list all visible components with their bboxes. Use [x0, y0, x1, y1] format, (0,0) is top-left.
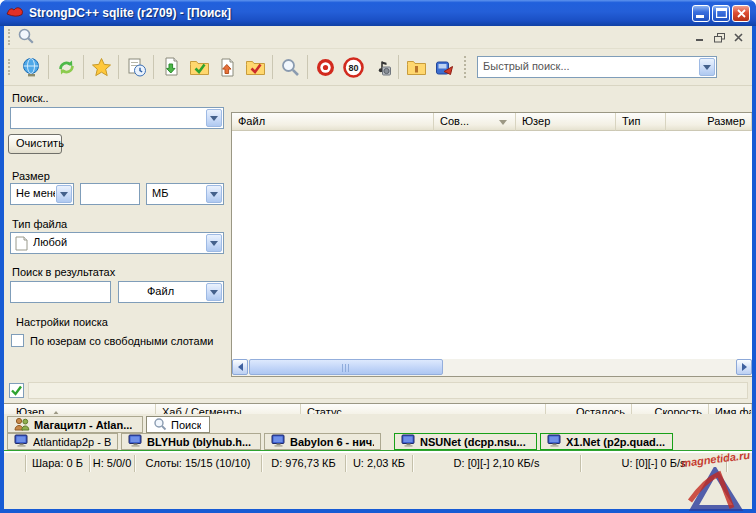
size-unit-dropdown-button[interactable] — [206, 185, 222, 203]
app-window: StrongDC++ sqlite (r2709) - [Поиск] — [0, 0, 756, 513]
toolbar-separator — [48, 55, 49, 79]
recent-hubs-icon[interactable] — [122, 53, 150, 81]
size-unit-value: МБ — [152, 187, 205, 199]
status-slots: Слоты: 15/15 (10/10) — [135, 455, 262, 472]
results-column-type[interactable]: Тип — [616, 113, 666, 131]
tab-label: Babylon 6 - нич... — [290, 436, 374, 448]
results-horizontal-scrollbar[interactable] — [232, 359, 752, 376]
file-type-combobox[interactable]: Любой — [10, 232, 224, 254]
window-title: StrongDC++ sqlite (r2709) - [Поиск] — [29, 6, 690, 20]
mdi-minimize-button[interactable] — [692, 30, 708, 45]
hub-monitor-icon — [271, 434, 286, 449]
toolbar-grip[interactable] — [8, 59, 11, 75]
svg-text:80: 80 — [348, 63, 358, 73]
results-column-user[interactable]: Юзер — [516, 113, 616, 131]
child-window-search-icon — [17, 27, 35, 47]
toolbar-separator — [464, 56, 467, 78]
tab-label: Поиск — [171, 419, 201, 431]
size-mode-dropdown-button[interactable] — [56, 185, 72, 203]
sort-descending-icon — [499, 120, 507, 125]
status-spacer — [727, 455, 752, 472]
free-slots-checkbox[interactable] — [11, 334, 24, 347]
status-upload-speed: U: [0][-] 0 Б/s — [581, 455, 727, 472]
users-icon — [14, 417, 30, 433]
search-icon[interactable] — [276, 53, 304, 81]
tab-label: Atlantidap2p - В... — [33, 436, 111, 448]
file-type-dropdown-button[interactable] — [206, 234, 222, 252]
tab-hub-magatsitl[interactable]: Магацитл - Atlan... — [7, 416, 143, 433]
results-body[interactable] — [232, 131, 752, 360]
free-slots-label: По юзерам со свободными слотами — [30, 335, 213, 347]
speed-limiter-icon[interactable]: 80 — [339, 53, 367, 81]
tab-search[interactable]: Поиск — [146, 416, 210, 433]
public-hubs-icon[interactable] — [17, 53, 45, 81]
tab-label: X1.Net (p2p.quad... — [566, 436, 665, 448]
window-frame-bottom — [0, 509, 756, 513]
waiting-users-icon[interactable] — [213, 53, 241, 81]
tab-hub-atlantidap2p[interactable]: Atlantidap2p - В... — [7, 433, 118, 450]
minimize-button[interactable] — [692, 5, 710, 22]
status-downloaded: D: 976,73 КБ — [262, 455, 346, 472]
open-file-list-icon[interactable] — [402, 53, 430, 81]
reconnect-icon[interactable] — [52, 53, 80, 81]
mdi-close-button[interactable] — [730, 30, 746, 45]
status-spacer — [4, 455, 26, 472]
clear-button[interactable]: Очистить — [8, 134, 62, 154]
search-options-label: Настройки поиска — [16, 316, 108, 328]
toolbar-separator — [272, 55, 273, 79]
results-column-hits[interactable]: Сов... — [434, 113, 516, 131]
tab-label: Магацитл - Atlan... — [34, 419, 132, 431]
filter-results-input[interactable] — [10, 281, 111, 303]
close-button[interactable] — [732, 5, 750, 22]
tab-hub-nsunet[interactable]: NSUNet (dcpp.nsu... — [394, 433, 537, 450]
search-term-combobox[interactable] — [10, 107, 224, 129]
size-value-input[interactable] — [80, 183, 140, 205]
search-window: Поиск.. Очистить Размер Не менее МБ Тип … — [4, 86, 752, 391]
favorite-hubs-icon[interactable] — [87, 53, 115, 81]
sound-notifications-icon[interactable] — [367, 53, 395, 81]
scrollbar-thumb[interactable] — [249, 359, 443, 375]
toolbar-separator — [307, 55, 308, 79]
tab-hub-blyhub[interactable]: BLYHub (blyhub.h... — [121, 433, 261, 450]
quick-search-input[interactable]: Быстрый поиск... — [477, 56, 717, 78]
adl-search-icon[interactable] — [311, 53, 339, 81]
status-bar: Шара: 0 Б H: 5/0/0 Слоты: 15/15 (10/10) … — [4, 452, 752, 473]
quick-search-dropdown-button[interactable] — [699, 58, 715, 76]
size-mode-combobox[interactable]: Не менее — [10, 183, 74, 205]
scroll-left-button[interactable] — [232, 359, 248, 375]
status-hubs: H: 5/0/0 — [90, 455, 135, 472]
results-options-strip — [4, 379, 752, 403]
tab-label: NSUNet (dcpp.nsu... — [420, 436, 526, 448]
search-term-dropdown-button[interactable] — [206, 109, 222, 127]
client-area: 80 Быстрый поиск... Поиск.. Очистить Раз… — [4, 26, 752, 509]
search-icon — [153, 417, 167, 433]
mdi-restore-button[interactable] — [711, 30, 727, 45]
filter-column-value: Файл — [147, 285, 205, 297]
rebar-grip[interactable] — [8, 29, 11, 45]
mdi-caption-row — [4, 26, 752, 49]
search-label: Поиск.. — [12, 92, 49, 104]
status-download-speed: D: [0][-] 2,10 КБ/s — [413, 455, 581, 472]
filter-column-dropdown-button[interactable] — [206, 283, 222, 301]
file-type-value: Любой — [33, 236, 205, 248]
tab-hub-babylon6[interactable]: Babylon 6 - нич... — [264, 433, 381, 450]
size-label: Размер — [12, 170, 50, 182]
hub-tab-bar: Atlantidap2p - В... BLYHub (blyhub.h... … — [4, 433, 752, 451]
app-logo-icon — [6, 5, 24, 21]
filter-column-combobox[interactable]: Файл — [118, 281, 224, 303]
finished-uploads-icon[interactable] — [241, 53, 269, 81]
settings-icon[interactable] — [430, 53, 458, 81]
scroll-right-button[interactable] — [736, 359, 752, 375]
download-queue-icon[interactable] — [157, 53, 185, 81]
results-column-file[interactable]: Файл — [232, 113, 434, 131]
results-header: Файл Сов... Юзер Тип Размер — [232, 113, 752, 131]
tab-hub-x1net[interactable]: X1.Net (p2p.quad... — [540, 433, 673, 450]
hub-monitor-icon — [547, 434, 562, 449]
finished-downloads-icon[interactable] — [185, 53, 213, 81]
maximize-button[interactable] — [712, 5, 730, 22]
hub-monitor-icon — [14, 434, 29, 449]
results-column-size[interactable]: Размер — [666, 113, 752, 131]
grouped-results-checkbox[interactable] — [9, 383, 24, 398]
size-unit-combobox[interactable]: МБ — [146, 183, 224, 205]
status-uploaded: U: 2,03 КБ — [346, 455, 413, 472]
